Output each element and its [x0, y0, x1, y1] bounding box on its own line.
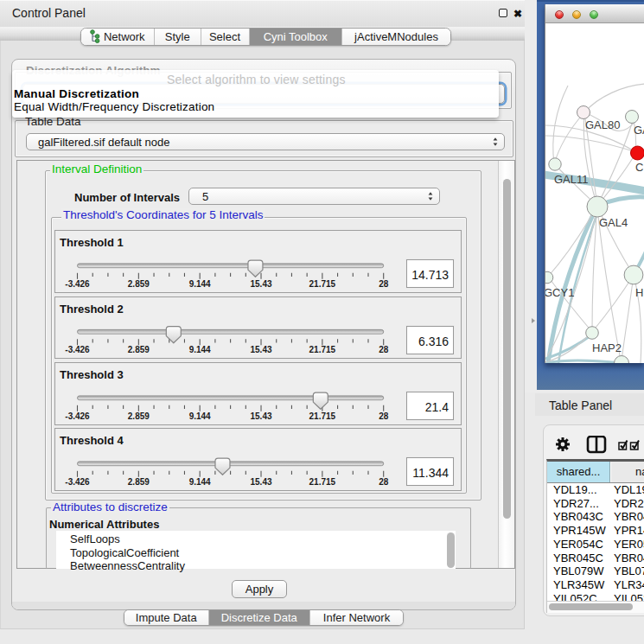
svg-text:15.43: 15.43: [251, 345, 272, 354]
svg-text:2.859: 2.859: [128, 411, 150, 421]
svg-text:H: H: [635, 286, 643, 299]
svg-text:28: 28: [379, 279, 389, 289]
svg-text:2.859: 2.859: [128, 279, 150, 289]
svg-text:GAL80: GAL80: [585, 118, 620, 131]
svg-text:28: 28: [379, 411, 389, 421]
svg-text:9.144: 9.144: [189, 345, 211, 354]
svg-text:GCY1: GCY1: [545, 286, 574, 299]
svg-text:GA: GA: [634, 124, 644, 137]
svg-text:-3.426: -3.426: [65, 279, 90, 289]
svg-text:28: 28: [379, 345, 389, 354]
svg-text:15.43: 15.43: [251, 477, 272, 487]
svg-text:15.43: 15.43: [251, 411, 272, 421]
svg-text:GAL4: GAL4: [599, 216, 628, 229]
svg-text:-3.426: -3.426: [65, 411, 90, 421]
svg-text:21.715: 21.715: [309, 345, 336, 354]
svg-text:2.859: 2.859: [128, 345, 150, 354]
svg-text:28: 28: [379, 477, 389, 487]
svg-text:C: C: [635, 161, 643, 174]
svg-text:-3.426: -3.426: [65, 477, 90, 487]
svg-text:9.144: 9.144: [189, 411, 211, 421]
svg-text:GAL11: GAL11: [554, 173, 589, 186]
svg-text:21.715: 21.715: [309, 279, 336, 289]
svg-text:HAP2: HAP2: [592, 341, 622, 354]
svg-text:-3.426: -3.426: [65, 345, 90, 354]
svg-text:21.715: 21.715: [309, 411, 336, 421]
svg-text:15.43: 15.43: [251, 279, 272, 289]
svg-text:9.144: 9.144: [189, 477, 211, 487]
svg-text:9.144: 9.144: [189, 279, 211, 289]
svg-text:2.859: 2.859: [128, 477, 150, 487]
svg-text:21.715: 21.715: [309, 477, 336, 487]
